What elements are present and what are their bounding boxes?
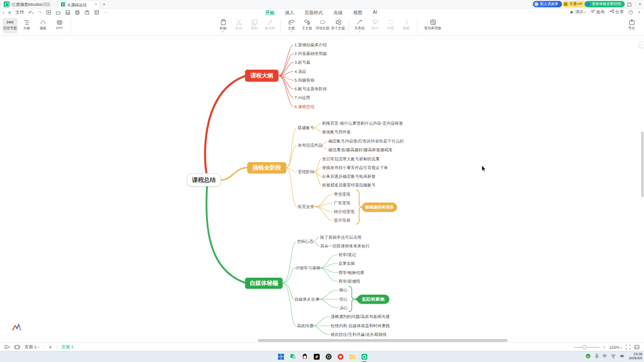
taskbar-icon-douyin-helper[interactable] <box>324 352 333 361</box>
node[interactable]: 搭建账号 <box>298 125 314 131</box>
node[interactable]: 穿插发布挂小黄车作品引导观众下单 <box>322 165 388 171</box>
node[interactable]: 带货变现 <box>334 192 350 197</box>
toolbar-paste-button[interactable]: 粘贴▾ <box>215 18 231 33</box>
view-board-button[interactable]: 画板 <box>36 18 50 33</box>
publish-button[interactable]: 发布 <box>590 9 605 15</box>
node[interactable]: 除了剪辑手法可以沿用 <box>320 235 361 241</box>
tab-advanced[interactable]: 高级 <box>333 9 343 17</box>
node[interactable]: 发布拉流作品 <box>298 143 322 148</box>
node[interactable]: 2.抖音基础使用篇 <box>295 51 327 57</box>
node[interactable]: 耐心 <box>339 287 348 293</box>
close-button[interactable]: × <box>639 2 641 7</box>
fit-screen-icon[interactable] <box>626 345 631 350</box>
redo-icon[interactable]: ↷ <box>38 10 42 15</box>
node[interactable]: 7.AI运用 <box>295 95 310 101</box>
tab-home[interactable]: 开始 <box>265 9 275 17</box>
undo-icon[interactable]: ↶▾ <box>28 10 33 15</box>
page-thumbnail-icon[interactable] <box>14 345 20 350</box>
node[interactable]: 仔细学习课程 <box>295 265 320 271</box>
present-button[interactable]: ▶ 演示 ▾ <box>571 9 586 15</box>
toolbar-subtopic-button[interactable]: 子主题 <box>299 18 315 31</box>
save-icon[interactable] <box>65 10 71 15</box>
toolbar-find-replace-button[interactable]: 查找和替换 <box>420 18 446 31</box>
node[interactable]: 高效沟通 <box>297 323 313 329</box>
new-file-icon[interactable] <box>46 10 51 15</box>
node[interactable]: 5.拍摄剪辑 <box>295 77 315 83</box>
central-topic[interactable]: 课程总结 <box>187 173 221 186</box>
node[interactable]: 空杯心态 <box>297 239 313 245</box>
topic-course-outline[interactable]: 课程大纲 <box>245 70 278 82</box>
page-tab-active[interactable]: 页面-1 <box>62 344 74 350</box>
node[interactable]: 修改账号四件套 <box>322 129 351 135</box>
zoom-slider-knob[interactable] <box>582 345 586 349</box>
view-outline-button[interactable]: 大纲 <box>19 18 34 33</box>
minimize-button[interactable]: – <box>618 2 621 7</box>
node-highlighted[interactable]: 8.课程总结 <box>295 104 315 110</box>
node[interactable]: 确定账号内容形式/告诉抖音你是干什么的 <box>328 138 404 144</box>
tab-close-icon[interactable]: × <box>95 2 97 6</box>
taskbar-icon-jianying[interactable] <box>312 352 321 361</box>
share-button[interactable]: 分享 <box>610 9 624 15</box>
toolbar-relationship-button[interactable]: 关系线▾ <box>352 18 367 33</box>
zoom-level[interactable]: 115% ▾ <box>609 345 622 350</box>
more-tools-icon[interactable]: ⋯ <box>104 11 107 15</box>
help-button[interactable]: ? <box>628 10 633 15</box>
node[interactable]: 其余一切按课程体系来执行 <box>320 243 370 249</box>
topic-money-stages[interactable]: 搞钱全阶段 <box>247 162 286 173</box>
node[interactable]: 转介绍变现 <box>334 209 355 215</box>
taskbar-icon-mindmaster[interactable] <box>360 352 369 361</box>
toolbar-topic-button[interactable]: 主题▾ <box>284 18 299 33</box>
template-icon[interactable] <box>94 10 99 15</box>
taskbar-icon-red-app[interactable] <box>336 352 345 361</box>
node[interactable]: 清晰遇到的问题/高效与老师沟通 <box>331 314 390 320</box>
taskbar-clock[interactable]: 23:28 2025/3/9 <box>629 352 642 360</box>
tray-app-icon[interactable] <box>585 353 591 359</box>
page-list-icon[interactable] <box>4 345 10 350</box>
volume-icon[interactable] <box>620 354 625 358</box>
export-file-icon[interactable] <box>84 10 90 15</box>
node[interactable]: 广告变现 <box>334 200 350 206</box>
node[interactable]: 再学/检验结果 <box>338 270 365 276</box>
taskbar-icon-file-explorer[interactable] <box>348 352 357 361</box>
mindmap-canvas[interactable]: 课程总结 课程大纲 搞钱全阶段 自媒体秘籍 1.宠物自媒体介绍 2.抖音基础使用… <box>0 36 644 342</box>
node[interactable]: 晋升导师 <box>334 218 350 224</box>
node[interactable]: 杜绝内耗-自媒体就是和时间赛跑 <box>331 323 390 329</box>
topic-media-secrets[interactable]: 自媒体秘籍 <box>245 278 283 289</box>
summary-callout-money[interactable]: 搞钱途径有很多 <box>362 203 397 212</box>
taskbar-icon-qq[interactable] <box>300 352 309 361</box>
newcomer-coupon-button[interactable]: 新人优惠券 <box>533 1 562 7</box>
open-vip-button[interactable]: 开通VIP <box>562 1 586 7</box>
zoom-in-button[interactable]: + <box>603 345 606 350</box>
add-page-button[interactable]: + <box>49 344 52 351</box>
toolbar-multiple-topics-button[interactable]: 多个主题 <box>330 18 346 31</box>
node[interactable]: 破流量池/越高越好/越高标签越精准 <box>328 147 393 153</box>
taskbar-icon-wechat[interactable] <box>289 352 297 361</box>
back-icon[interactable]: ‹ <box>3 10 4 15</box>
tab-view[interactable]: 视图 <box>353 9 363 17</box>
node[interactable]: 初学/笔记 <box>338 252 356 258</box>
node[interactable]: 再学/新感悟 <box>338 279 360 285</box>
page-select[interactable]: 页面-1 ▾ <box>25 344 39 350</box>
toolbar-floating-topic-button[interactable]: 浮动主题 <box>315 18 330 31</box>
wifi-icon[interactable] <box>611 354 616 358</box>
node[interactable]: 变现阶段 <box>298 169 314 175</box>
horizontal-scrollbar[interactable] <box>258 339 508 342</box>
hamburger-icon[interactable]: ≡ <box>8 10 11 15</box>
view-mindmap-button[interactable]: 思维导图 <box>3 18 17 33</box>
maximize-button[interactable] <box>628 3 631 6</box>
node[interactable]: 出单后逐步确定账号电商标签 <box>322 174 376 180</box>
node[interactable]: 发日常拉流带入账号新鲜的流量 <box>322 156 380 162</box>
microphone-icon[interactable] <box>595 353 599 359</box>
print-icon[interactable] <box>75 10 80 15</box>
right-panel-collapse-arrow[interactable]: ‹ <box>639 41 644 48</box>
vertical-scrollbar[interactable] <box>641 132 644 197</box>
node[interactable]: 拓宽业务 <box>298 204 314 210</box>
document-tab[interactable]: 8.课程总结 × <box>58 0 100 9</box>
node[interactable]: 刷推荐页-做什么赛道刷什么内容-定内容标签 <box>322 121 403 126</box>
node[interactable]: 彼此信任/互利共赢/走长期路线 <box>331 332 387 338</box>
node[interactable]: 3.起号篇 <box>295 60 311 66</box>
view-ppt-button[interactable]: PPT <box>52 18 67 33</box>
new-tab-button[interactable]: + <box>103 1 105 7</box>
node[interactable]: 4.选品 <box>295 69 306 75</box>
node[interactable]: 6.账号运营各阶段 <box>295 86 327 92</box>
